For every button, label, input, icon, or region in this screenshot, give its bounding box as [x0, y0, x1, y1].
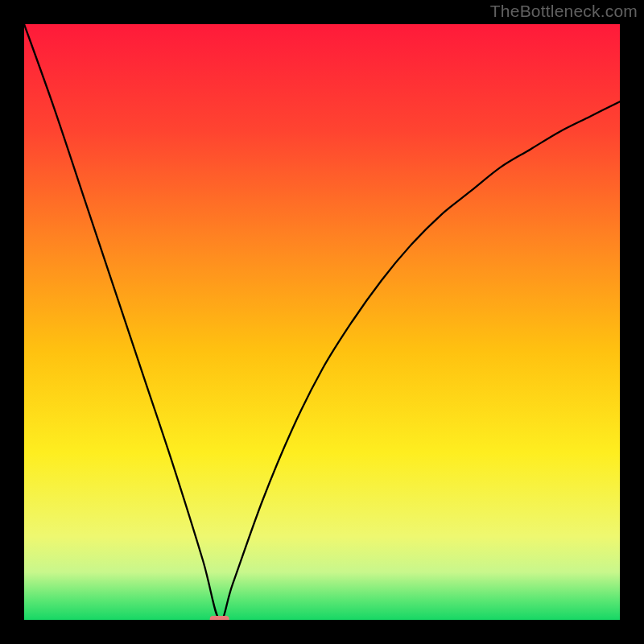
chart-frame: TheBottleneck.com: [0, 0, 644, 644]
minimum-marker: [210, 616, 229, 620]
gradient-background: [24, 24, 620, 620]
plot-area: [24, 24, 620, 620]
watermark-label: TheBottleneck.com: [490, 2, 638, 21]
chart-svg: [24, 24, 620, 620]
